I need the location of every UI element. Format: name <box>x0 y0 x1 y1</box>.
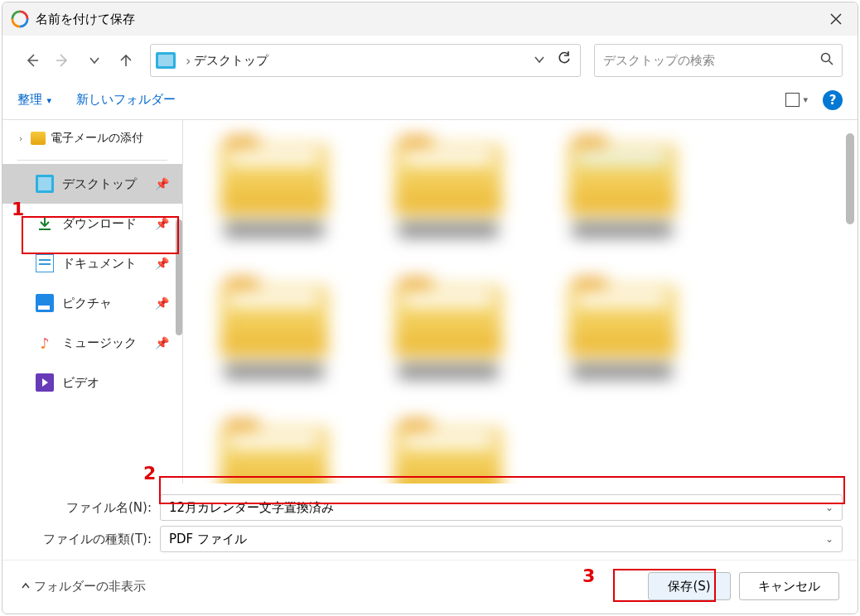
sidebar-item-pictures[interactable]: ピクチャ 📌 <box>2 283 182 323</box>
view-square-icon <box>785 93 800 107</box>
folder-icon <box>31 132 46 145</box>
up-button[interactable] <box>112 46 140 75</box>
pin-icon: 📌 <box>155 296 169 310</box>
filename-input[interactable]: 12月カレンダー文字置換済み ⌄ <box>160 494 843 521</box>
toolbar: 整理 ▾ 新しいフォルダー ▾ ? <box>2 85 858 120</box>
address-bar[interactable]: › デスクトップ <box>150 44 581 77</box>
save-button[interactable]: 保存(S) <box>648 572 731 600</box>
window-title: 名前を付けて保存 <box>36 12 819 27</box>
chevron-right-icon: › <box>19 133 31 144</box>
chevron-down-icon <box>534 54 545 65</box>
filename-section: ファイル名(N): 12月カレンダー文字置換済み ⌄ ファイルの種類(T): P… <box>2 484 858 560</box>
refresh-button[interactable] <box>553 48 575 73</box>
document-icon <box>36 254 54 272</box>
sidebar-scrollbar[interactable] <box>176 219 182 335</box>
sidebar-item-video[interactable]: ビデオ <box>2 363 182 402</box>
breadcrumb-current[interactable]: デスクトップ <box>194 53 268 69</box>
cancel-button[interactable]: キャンセル <box>739 572 839 600</box>
sidebar-item-label: ダウンロード <box>62 216 137 232</box>
video-icon <box>36 373 54 392</box>
back-button[interactable] <box>17 46 46 75</box>
titlebar: 名前を付けて保存 <box>2 2 858 36</box>
navbar: › デスクトップ <box>2 36 858 85</box>
search-icon <box>820 52 833 69</box>
organize-menu[interactable]: 整理 ▾ <box>17 92 51 108</box>
chevron-down-icon: ▾ <box>803 94 808 105</box>
tree-item-label: 電子メールの添付 <box>51 131 143 146</box>
breadcrumb-separator: › <box>186 53 191 69</box>
arrow-right-icon <box>56 53 70 68</box>
picture-icon <box>36 294 54 312</box>
sidebar-item-documents[interactable]: ドキュメント 📌 <box>2 243 182 283</box>
folder-thumbnail[interactable] <box>382 278 515 378</box>
download-icon <box>36 214 54 233</box>
chevron-down-icon[interactable]: ⌄ <box>825 533 833 545</box>
pin-icon: 📌 <box>155 217 169 230</box>
sidebar-item-music[interactable]: ミュージック 📌 <box>2 323 182 363</box>
pin-icon: 📌 <box>155 177 169 190</box>
arrow-up-icon <box>118 53 133 68</box>
close-icon <box>830 13 842 25</box>
help-button[interactable]: ? <box>823 90 843 110</box>
app-icon <box>11 10 29 28</box>
sidebar-item-label: デスクトップ <box>62 176 137 192</box>
content-scrollbar[interactable] <box>846 133 854 224</box>
filename-label: ファイル名(N): <box>17 500 160 516</box>
folder-thumbnail[interactable] <box>208 420 341 484</box>
folder-thumbnail[interactable] <box>208 137 341 237</box>
arrow-left-icon <box>24 53 39 68</box>
music-icon <box>36 334 54 352</box>
sidebar-item-label: ピクチャ <box>62 296 112 311</box>
folder-thumbnail[interactable] <box>556 137 688 237</box>
tree-item-attachments[interactable]: › 電子メールの添付 <box>2 125 182 152</box>
view-options[interactable]: ▾ <box>785 93 808 107</box>
sidebar-item-desktop[interactable]: デスクトップ 📌 <box>2 164 182 204</box>
recent-dropdown[interactable] <box>80 46 109 75</box>
close-button[interactable] <box>819 7 853 31</box>
filetype-select[interactable]: PDF ファイル ⌄ <box>160 526 843 552</box>
sidebar-item-label: ビデオ <box>62 375 99 391</box>
new-folder-button[interactable]: 新しいフォルダー <box>76 92 176 108</box>
folder-thumbnail[interactable] <box>556 278 688 378</box>
sidebar-item-label: ミュージック <box>62 335 137 351</box>
refresh-icon <box>557 51 572 66</box>
pin-icon: 📌 <box>155 336 169 349</box>
chevron-down-icon <box>89 55 100 66</box>
sidebar-item-downloads[interactable]: ダウンロード 📌 <box>2 204 182 243</box>
forward-button[interactable] <box>49 46 77 75</box>
folder-thumbnail[interactable] <box>208 278 341 378</box>
desktop-icon <box>36 175 54 193</box>
sidebar-divider <box>17 160 167 161</box>
toggle-folder-pane[interactable]: フォルダーの非表示 <box>21 579 146 594</box>
svg-point-1 <box>822 54 830 62</box>
pin-icon: 📌 <box>155 257 169 270</box>
folder-thumbnail[interactable] <box>382 137 515 237</box>
chevron-up-icon <box>21 581 31 591</box>
filename-value: 12月カレンダー文字置換済み <box>169 500 334 516</box>
folder-icon <box>156 52 176 69</box>
filetype-value: PDF ファイル <box>169 532 247 547</box>
search-input[interactable] <box>603 53 820 68</box>
filetype-label: ファイルの種類(T): <box>17 532 160 547</box>
chevron-down-icon[interactable]: ⌄ <box>825 502 833 513</box>
footer: フォルダーの非表示 保存(S) キャンセル <box>2 560 858 614</box>
search-box[interactable] <box>594 44 843 77</box>
sidebar-item-label: ドキュメント <box>62 256 137 272</box>
sidebar: › 電子メールの添付 デスクトップ 📌 ダウンロード 📌 ドキュメント <box>2 120 183 484</box>
address-dropdown[interactable] <box>534 53 545 69</box>
folder-thumbnail[interactable] <box>382 420 515 484</box>
content-area[interactable] <box>183 120 858 484</box>
